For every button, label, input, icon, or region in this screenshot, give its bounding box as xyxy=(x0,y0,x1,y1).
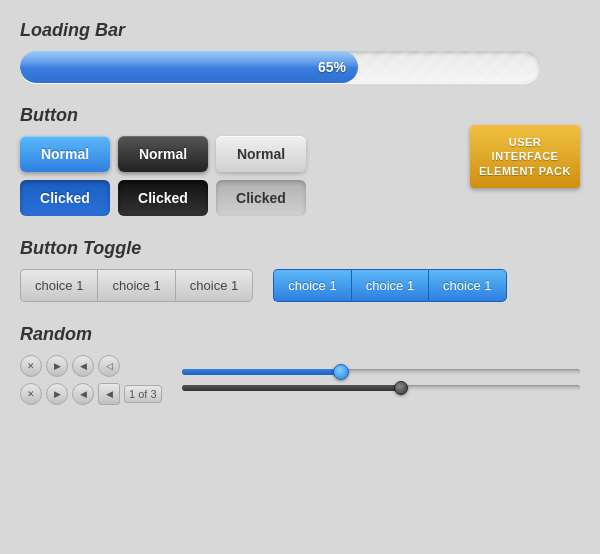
toggle-section: Button Toggle choice 1 choice 1 choice 1… xyxy=(20,238,580,302)
ctrl-play-btn-2[interactable]: ▶ xyxy=(46,383,68,405)
slider-fill-2 xyxy=(182,385,401,391)
ctrl-sound-btn-1[interactable]: ◁ xyxy=(98,355,120,377)
ctrl-back-btn-2[interactable]: ◀ xyxy=(72,383,94,405)
ctrl-back-btn-1[interactable]: ◀ xyxy=(72,355,94,377)
badge: USER INTERFACEELEMENT PACK xyxy=(470,125,580,188)
slider-track-2[interactable] xyxy=(182,385,580,391)
random-section: Random ✕ ▶ ◀ ◁ ✕ ▶ ◀ ◀ 1 of 3 xyxy=(20,324,580,405)
btn-light-clicked[interactable]: Clicked xyxy=(216,180,306,216)
controls-col: ✕ ▶ ◀ ◁ ✕ ▶ ◀ ◀ 1 of 3 xyxy=(20,355,162,405)
toggle-btn-1-3[interactable]: choice 1 xyxy=(175,269,253,302)
toggle-btn-1-1[interactable]: choice 1 xyxy=(20,269,97,302)
btn-blue-normal[interactable]: Normal xyxy=(20,136,110,172)
ctrl-x-btn-1[interactable]: ✕ xyxy=(20,355,42,377)
toggle-btn-2-3[interactable]: choice 1 xyxy=(428,269,506,302)
loading-bar-track[interactable]: 65% xyxy=(20,51,540,83)
toggle-btn-1-2[interactable]: choice 1 xyxy=(97,269,174,302)
btn-dark-clicked[interactable]: Clicked xyxy=(118,180,208,216)
button-section: Button Normal Normal Normal Clicked Clic… xyxy=(20,105,580,216)
random-title: Random xyxy=(20,324,580,345)
slider-track-1[interactable] xyxy=(182,369,580,375)
sliders-col xyxy=(182,369,580,391)
btn-dark-normal[interactable]: Normal xyxy=(118,136,208,172)
loading-bar-section: Loading Bar 65% xyxy=(20,20,580,83)
toggle-row: choice 1 choice 1 choice 1 choice 1 choi… xyxy=(20,269,580,302)
toggle-btn-2-1[interactable]: choice 1 xyxy=(273,269,350,302)
loading-bar-fill: 65% xyxy=(20,51,358,83)
toggle-btn-2-2[interactable]: choice 1 xyxy=(351,269,428,302)
ctrl-play-btn-1[interactable]: ▶ xyxy=(46,355,68,377)
ctrl-prev-btn[interactable]: ◀ xyxy=(98,383,120,405)
ctrl-row-1: ✕ ▶ ◀ ◁ xyxy=(20,355,162,377)
loading-bar-percent: 65% xyxy=(318,59,346,75)
slider-thumb-2[interactable] xyxy=(394,381,408,395)
ctrl-x-btn-2[interactable]: ✕ xyxy=(20,383,42,405)
ctrl-row-2: ✕ ▶ ◀ ◀ 1 of 3 xyxy=(20,383,162,405)
toggle-section-title: Button Toggle xyxy=(20,238,580,259)
button-section-title: Button xyxy=(20,105,580,126)
slider-fill-1 xyxy=(182,369,341,375)
btn-blue-clicked[interactable]: Clicked xyxy=(20,180,110,216)
toggle-group-1: choice 1 choice 1 choice 1 xyxy=(20,269,253,302)
page-indicator: 1 of 3 xyxy=(124,385,162,403)
btn-light-normal[interactable]: Normal xyxy=(216,136,306,172)
loading-bar-title: Loading Bar xyxy=(20,20,580,41)
slider-thumb-1[interactable] xyxy=(333,364,349,380)
toggle-group-2: choice 1 choice 1 choice 1 xyxy=(273,269,506,302)
random-row: ✕ ▶ ◀ ◁ ✕ ▶ ◀ ◀ 1 of 3 xyxy=(20,355,580,405)
loading-bar-sheen xyxy=(358,51,540,83)
